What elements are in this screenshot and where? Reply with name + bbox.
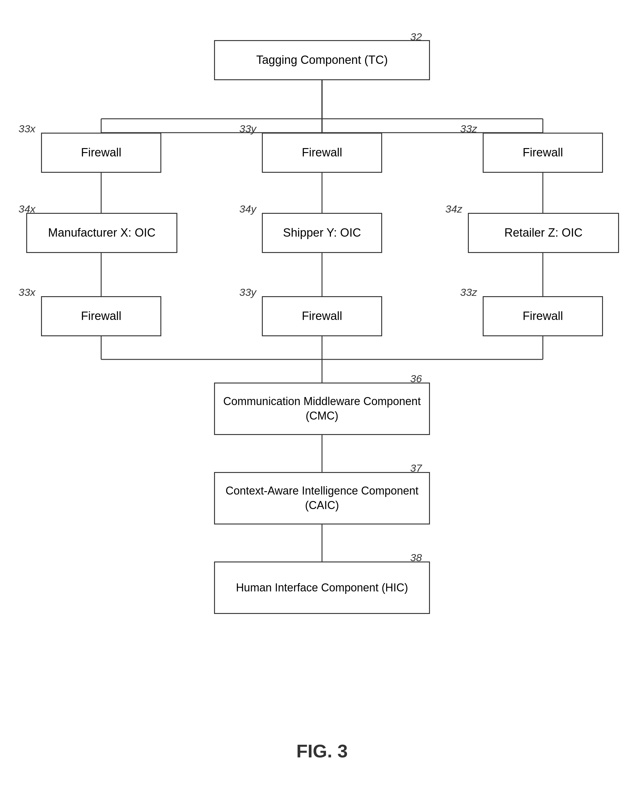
fw-bot-y-ref: 33y [240,286,256,298]
fw-top-y-box: Firewall [262,133,382,173]
cmc-ref: 36 [410,373,422,385]
fw-top-y-label: Firewall [302,145,342,160]
hic-box: Human Interface Component (HIC) [214,562,430,614]
tc-box: Tagging Component (TC) [214,40,430,80]
fw-top-x-ref: 33x [18,123,35,135]
fw-top-z-box: Firewall [483,133,603,173]
cmc-box: Communication Middleware Component (CMC) [214,383,430,435]
tc-ref: 32 [410,31,422,43]
oic-x-ref: 34x [18,203,35,215]
oic-y-box: Shipper Y: OIC [262,213,382,253]
oic-z-label: Retailer Z: OIC [504,225,582,240]
fw-top-x-label: Firewall [81,145,122,160]
fw-top-y-ref: 33y [240,123,256,135]
fw-top-z-ref: 33z [460,123,477,135]
fw-bot-z-ref: 33z [460,286,477,298]
oic-x-box: Manufacturer X: OIC [26,213,177,253]
caic-label: Context-Aware Intelligence Component (CA… [215,484,429,513]
hic-ref: 38 [410,552,422,564]
fw-bot-x-ref: 33x [18,286,35,298]
fw-bot-y-box: Firewall [262,296,382,336]
fw-top-z-label: Firewall [523,145,563,160]
tc-label: Tagging Component (TC) [256,52,388,67]
figure-label: FIG. 3 [245,740,399,762]
fw-bot-z-box: Firewall [483,296,603,336]
hic-label: Human Interface Component (HIC) [236,581,408,595]
fw-bot-z-label: Firewall [523,308,563,324]
oic-z-box: Retailer Z: OIC [468,213,619,253]
caic-box: Context-Aware Intelligence Component (CA… [214,472,430,525]
diagram-container: Tagging Component (TC) 32 Firewall 33x F… [0,0,644,812]
oic-y-label: Shipper Y: OIC [283,225,361,240]
cmc-label: Communication Middleware Component (CMC) [215,394,429,423]
oic-z-ref: 34z [446,203,462,215]
fw-bot-x-box: Firewall [41,296,161,336]
fw-top-x-box: Firewall [41,133,161,173]
fw-bot-x-label: Firewall [81,308,122,324]
oic-x-label: Manufacturer X: OIC [48,225,156,240]
oic-y-ref: 34y [240,203,256,215]
caic-ref: 37 [410,462,422,474]
fw-bot-y-label: Firewall [302,308,342,324]
